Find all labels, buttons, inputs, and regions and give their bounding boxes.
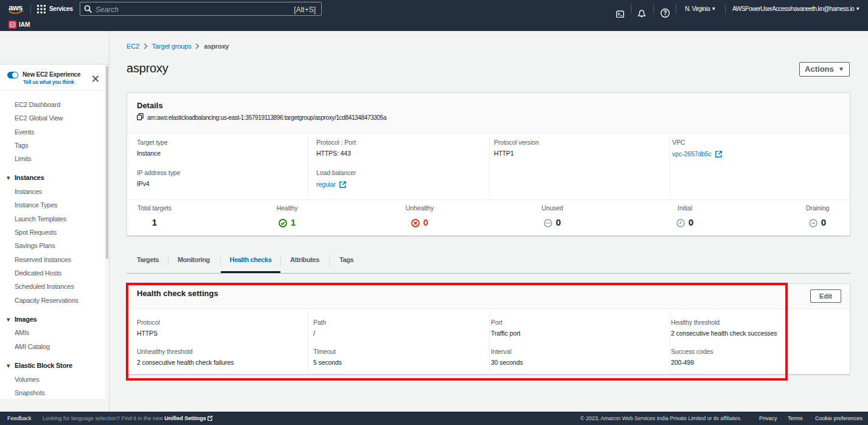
svg-text:?: ? — [663, 10, 667, 16]
svg-text:aws: aws — [9, 3, 23, 12]
